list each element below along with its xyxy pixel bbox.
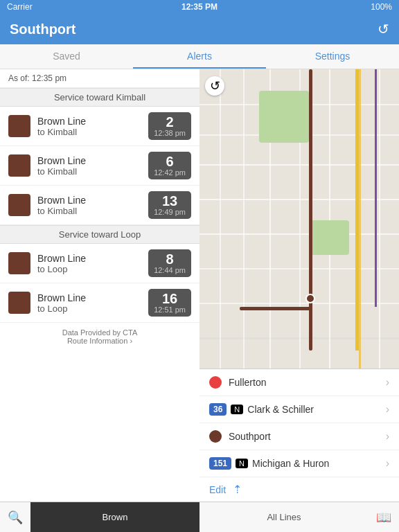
brown-line-color-3 bbox=[8, 194, 30, 216]
train-dest-5: to Loop bbox=[37, 303, 148, 314]
overlay-item-clark[interactable]: 36 N Clark & Schiller › bbox=[200, 396, 399, 423]
train-time-box-3: 13 12:49 pm bbox=[148, 191, 191, 219]
fullerton-chevron-icon: › bbox=[386, 376, 389, 389]
train-dest-3: to Kimball bbox=[37, 206, 148, 216]
footer-info: Data Provided by CTA Route Information › bbox=[0, 323, 200, 351]
southport-label: Southport bbox=[229, 431, 386, 442]
train-line-2: Brown Line bbox=[37, 155, 148, 166]
train-min-5: 16 bbox=[154, 292, 186, 305]
table-row: Brown Line to Kimball 13 12:49 pm bbox=[0, 186, 200, 225]
table-row: Brown Line to Kimball 6 12:42 pm bbox=[0, 146, 200, 186]
location-icon[interactable]: ⇡ bbox=[233, 483, 242, 496]
fullerton-dot bbox=[209, 376, 222, 389]
north-badge-clark: N bbox=[231, 405, 243, 414]
status-time: 12:35 PM bbox=[181, 2, 218, 12]
main-content: As of: 12:35 pm Service toward Kimball B… bbox=[0, 69, 399, 502]
tab-bar: Saved Alerts Settings bbox=[0, 44, 399, 69]
train-time-box-1: 2 12:38 pm bbox=[148, 112, 191, 140]
book-icon: 📖 bbox=[376, 510, 391, 525]
train-line-1: Brown Line bbox=[37, 116, 148, 127]
bottom-tab-bar: 🔍 Brown All Lines 📖 bbox=[0, 502, 399, 532]
section-kimball-header: Service toward Kimball bbox=[0, 88, 200, 107]
route-info-link[interactable]: Route Information › bbox=[6, 337, 194, 345]
compass-icon: ↺ bbox=[205, 76, 224, 96]
schedule-panel: As of: 12:35 pm Service toward Kimball B… bbox=[0, 69, 200, 502]
map-overlay-panel: Fullerton › 36 N Clark & Schiller › Sout… bbox=[200, 369, 399, 502]
page-title: Southport bbox=[10, 21, 76, 37]
train-min-4: 8 bbox=[154, 252, 186, 266]
brown-line-color-2 bbox=[8, 154, 30, 177]
current-line-label: Brown bbox=[103, 512, 128, 522]
train-time-box-5: 16 12:51 pm bbox=[148, 289, 191, 317]
train-min-2: 6 bbox=[154, 154, 186, 168]
app-header: Southport ↺ bbox=[0, 14, 399, 44]
train-dest-1: to Kimball bbox=[37, 127, 148, 137]
clark-label: Clark & Schiller bbox=[247, 404, 385, 415]
train-line-4: Brown Line bbox=[37, 253, 148, 264]
overlay-item-southport[interactable]: Southport › bbox=[200, 423, 399, 450]
search-button[interactable]: 🔍 bbox=[0, 510, 30, 525]
table-row: Brown Line to Loop 8 12:44 pm bbox=[0, 244, 200, 283]
train-clock-1: 12:38 pm bbox=[154, 129, 186, 137]
bookmarks-button[interactable]: 📖 bbox=[369, 510, 399, 525]
train-clock-4: 12:44 pm bbox=[154, 266, 186, 274]
section-loop-header: Service toward Loop bbox=[0, 225, 200, 244]
overlay-item-fullerton[interactable]: Fullerton › bbox=[200, 369, 399, 396]
train-line-3: Brown Line bbox=[37, 195, 148, 206]
southport-chevron-icon: › bbox=[386, 430, 389, 443]
as-of-label: As of: 12:35 pm bbox=[0, 69, 200, 88]
overlay-actions: Edit ⇡ bbox=[200, 477, 399, 502]
southport-dot bbox=[209, 430, 222, 443]
refresh-icon[interactable]: ↺ bbox=[378, 21, 389, 37]
train-min-3: 13 bbox=[154, 194, 186, 208]
edit-button[interactable]: Edit bbox=[209, 484, 226, 495]
data-provided-label: Data Provided by CTA bbox=[6, 328, 194, 337]
fullerton-label: Fullerton bbox=[229, 377, 386, 388]
map-panel: ↺ Fullerton › 36 N Clark & Schiller › So… bbox=[200, 69, 399, 502]
table-row: Brown Line to Loop 16 12:51 pm bbox=[0, 283, 200, 323]
train-time-box-4: 8 12:44 pm bbox=[148, 249, 191, 277]
carrier-label: Carrier bbox=[7, 2, 33, 12]
train-time-box-2: 6 12:42 pm bbox=[148, 152, 191, 179]
train-dest-4: to Loop bbox=[37, 264, 148, 274]
all-lines-button[interactable]: All Lines bbox=[200, 512, 369, 522]
tab-alerts[interactable]: Alerts bbox=[133, 44, 266, 69]
overlay-item-michigan[interactable]: 151 N Michigan & Huron › bbox=[200, 450, 399, 477]
train-clock-5: 12:51 pm bbox=[154, 305, 186, 314]
michigan-label: Michigan & Huron bbox=[252, 458, 386, 469]
north-badge-michigan: N bbox=[236, 459, 248, 468]
train-min-1: 2 bbox=[154, 115, 186, 129]
clark-chevron-icon: › bbox=[386, 403, 389, 416]
search-icon: 🔍 bbox=[8, 510, 23, 525]
brown-line-color-4 bbox=[8, 252, 30, 274]
status-bar: Carrier 12:35 PM 100% bbox=[0, 0, 399, 14]
route-151-badge: 151 bbox=[209, 457, 231, 470]
train-clock-3: 12:49 pm bbox=[154, 208, 186, 216]
tab-saved[interactable]: Saved bbox=[0, 44, 133, 69]
tab-settings[interactable]: Settings bbox=[266, 44, 399, 69]
train-clock-2: 12:42 pm bbox=[154, 168, 186, 177]
battery-label: 100% bbox=[371, 2, 392, 12]
current-line-button[interactable]: Brown bbox=[30, 502, 200, 532]
route-36-badge: 36 bbox=[209, 403, 227, 416]
all-lines-label: All Lines bbox=[267, 512, 301, 522]
train-line-5: Brown Line bbox=[37, 292, 148, 303]
brown-line-color-1 bbox=[8, 115, 30, 137]
michigan-chevron-icon: › bbox=[386, 457, 389, 470]
brown-line-color-5 bbox=[8, 292, 30, 314]
train-dest-2: to Kimball bbox=[37, 166, 148, 177]
table-row: Brown Line to Kimball 2 12:38 pm bbox=[0, 107, 200, 146]
